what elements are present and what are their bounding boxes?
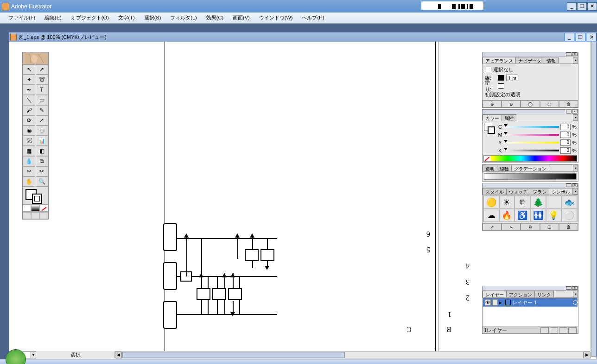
graph-tool[interactable]: 📊 [36,136,48,146]
fill-stroke-swatches[interactable] [23,187,48,204]
symbol-sprayer-tool[interactable]: ⛆ [23,136,35,146]
appearance-clear-button[interactable]: ◯ [521,100,540,107]
free-transform-tool[interactable]: ⬚ [36,126,48,136]
tab-color[interactable]: カラー [483,114,502,121]
symbol-item[interactable]: ☁ [483,209,499,222]
visibility-toggle-icon[interactable]: 👁 [484,299,491,306]
doc-close-button[interactable]: ✕ [587,33,597,41]
layer-row[interactable]: 👁 ▸ レイヤー 1 [483,298,578,307]
panel-menu-button[interactable]: ▸ [573,165,578,171]
appearance-reduce-button[interactable]: ▢ [540,100,559,107]
color-fill-stroke-proxy[interactable] [484,123,496,135]
panel-collapse-button[interactable]: _ [566,286,572,290]
scissors-tool[interactable]: ✂ [36,166,48,176]
stroke-swatch[interactable] [32,194,42,204]
layer-name[interactable]: レイヤー 1 [512,299,537,306]
panel-close-button[interactable]: × [572,110,578,113]
cmyk-y-value[interactable]: 0 [560,139,571,146]
paintbrush-tool[interactable]: 🖌 [23,105,35,115]
magic-wand-tool[interactable]: ✦ [23,75,35,85]
tab-transparency[interactable]: 透明 [483,165,497,171]
appearance-dup-button[interactable]: ⊘ [502,100,521,107]
pencil-tool[interactable]: ✎ [36,105,48,115]
screen-mode-2[interactable] [31,212,39,219]
doc-maximize-button[interactable]: ❐ [576,33,585,41]
menu-edit[interactable]: 編集(E) [40,13,66,23]
symbol-item[interactable]: 💡 [546,209,562,222]
cmyk-k-value[interactable]: 0 [560,147,571,154]
mesh-tool[interactable]: ▦ [23,146,35,156]
panel-menu-button[interactable]: ▸ [573,114,578,121]
tab-brushes[interactable]: ブラシ [530,188,549,195]
panel-menu-button[interactable]: ▸ [573,291,578,297]
tab-swatches[interactable]: ウォッチ [506,188,530,195]
tab-styles[interactable]: スタイル [483,188,507,195]
horizontal-scrollbar[interactable] [122,351,584,358]
symbol-item[interactable]: 🔥 [499,209,515,222]
panel-collapse-button[interactable]: _ [566,110,572,113]
blend-tool[interactable]: ⧉ [36,156,48,166]
new-layer-button[interactable] [559,327,567,333]
minimize-button[interactable]: _ [567,2,577,11]
zoom-dropdown[interactable]: ▼ [31,351,36,358]
color-spectrum[interactable] [483,155,577,162]
menu-view[interactable]: 画面(V) [228,13,254,23]
symbol-item[interactable]: 🚻 [530,209,546,222]
direct-selection-tool[interactable]: ↗ [36,64,48,75]
cmyk-m-slider[interactable] [504,133,559,137]
symbol-place-button[interactable]: ↗ [483,223,502,230]
panel-collapse-button[interactable]: _ [566,183,572,187]
new-sublayer-button[interactable] [550,327,558,333]
panel-close-button[interactable]: × [572,286,578,290]
menu-type[interactable]: 文字(T) [114,13,140,23]
symbol-delete-button[interactable]: 🗑 [559,223,578,230]
menu-object[interactable]: オブジェクト(O) [66,13,114,23]
cmyk-c-slider[interactable] [504,125,559,129]
type-tool[interactable]: T [36,85,48,95]
lock-placeholder[interactable] [492,299,498,306]
symbol-item[interactable]: ⧉ [514,196,530,209]
zoom-tool[interactable]: 🔍 [36,176,48,187]
cmyk-k-slider[interactable] [504,149,559,152]
menu-help[interactable]: ヘルプ(H) [297,13,329,23]
scale-tool[interactable]: ⤢ [36,115,48,126]
line-tool[interactable]: ＼ [23,95,35,105]
gradient-tool[interactable]: ◧ [36,146,48,156]
symbol-item[interactable] [546,196,562,209]
symbol-item[interactable]: ♿ [514,209,530,222]
symbol-item[interactable]: 🟡 [483,196,499,209]
screen-mode-1[interactable] [23,212,31,219]
symbol-new-button[interactable]: ▢ [540,223,559,230]
hand-tool[interactable]: ✋ [23,176,35,187]
symbol-item[interactable]: ⚪ [561,209,577,222]
warp-tool[interactable]: ◉ [23,126,35,136]
delete-layer-button[interactable] [568,327,577,333]
tab-links[interactable]: リンク [534,291,554,297]
cmyk-y-slider[interactable] [504,141,559,144]
tab-gradient[interactable]: グラデーション [511,165,549,171]
vertical-scrollbar[interactable] [591,42,597,351]
tab-stroke[interactable]: 線種 [497,165,512,171]
maximize-button[interactable]: ❐ [577,2,587,11]
color-mode-button[interactable] [23,205,31,212]
gradient-preview[interactable] [484,173,577,180]
target-icon[interactable] [573,300,578,305]
cmyk-m-value[interactable]: 0 [560,132,571,138]
pen-tool[interactable]: ✒ [23,85,35,95]
tab-symbols[interactable]: シンボル [549,188,573,195]
rectangle-tool[interactable]: ▭ [36,95,48,105]
tab-navigator[interactable]: ナビゲータ [515,57,544,63]
stroke-weight-value[interactable]: 1 pt [506,75,518,81]
tab-layers[interactable]: レイヤー [483,291,507,297]
make-clipping-button[interactable] [540,327,549,333]
none-color-icon[interactable] [484,156,490,161]
doc-minimize-button[interactable]: _ [565,33,574,41]
menu-effect[interactable]: 効果(C) [202,13,228,23]
screen-mode-3[interactable] [40,212,48,219]
eyedropper-tool[interactable]: 💧 [23,156,35,166]
lasso-tool[interactable]: ➰ [36,75,48,85]
tab-attributes[interactable]: 属性 [502,114,516,121]
fill-color-swatch[interactable] [498,83,504,89]
symbol-item[interactable]: 🐟 [561,196,577,209]
menu-window[interactable]: ウインドウ(W) [254,13,298,23]
